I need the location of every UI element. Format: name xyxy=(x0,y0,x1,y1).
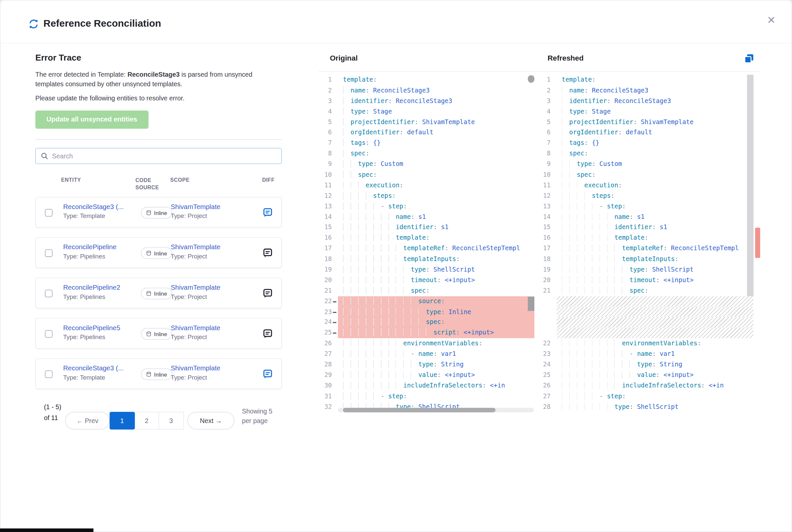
line-number: 12 xyxy=(319,191,338,201)
code-line: 28 type: ShellScript xyxy=(538,402,753,412)
line-number: 11 xyxy=(538,180,556,191)
diff-icon[interactable] xyxy=(262,369,273,379)
diff-icon[interactable] xyxy=(262,328,273,339)
scope-link[interactable]: ShivamTemplate xyxy=(171,324,249,331)
diff-icon[interactable] xyxy=(262,207,273,217)
scope-type: Type: Project xyxy=(171,253,249,260)
line-number: 9 xyxy=(538,159,556,170)
diff-icon[interactable] xyxy=(262,248,273,258)
refreshed-code-panel[interactable]: 1template:2 name: ReconcileStage33 ident… xyxy=(538,75,753,413)
row-checkbox[interactable] xyxy=(45,330,52,338)
entity-type: Type: Template xyxy=(63,374,135,381)
code-line: 19 type: ShellScript xyxy=(538,264,753,275)
code-line: 1template: xyxy=(319,75,534,85)
code-line: 26 environmentVariables: xyxy=(319,338,534,349)
original-code-panel[interactable]: 1template:2 name: ReconcileStage33 ident… xyxy=(319,75,534,413)
code-line: 27 - step: xyxy=(538,391,753,402)
scope-cell: ShivamTemplate Type: Project xyxy=(171,284,249,301)
code-source-badge: Inline xyxy=(141,368,172,380)
line-number: 21 xyxy=(538,285,556,296)
code-line: 23 - name: var1 xyxy=(538,349,753,360)
refreshed-panel-title: Refreshed xyxy=(548,54,584,62)
scope-link[interactable]: ShivamTemplate xyxy=(171,243,249,251)
entity-type: Type: Pipelines xyxy=(63,253,135,260)
next-page-button[interactable]: Next → xyxy=(187,412,235,430)
code-line: 20 timeout: <+input> xyxy=(538,275,753,285)
entity-link[interactable]: ReconcilePipeline2 xyxy=(63,284,135,291)
scope-link[interactable]: ShivamTemplate xyxy=(171,364,249,372)
line-number: 4 xyxy=(319,106,338,117)
diff-icon[interactable] xyxy=(262,288,273,299)
row-checkbox[interactable] xyxy=(45,290,52,297)
scope-cell: ShivamTemplate Type: Project xyxy=(171,364,249,381)
page-buttons: 123 xyxy=(110,412,184,430)
code-line: 22 source: xyxy=(319,296,534,307)
line-number: 10 xyxy=(538,170,556,180)
code-line: 6 orgIdentifier: default xyxy=(319,128,534,138)
line-number: 15 xyxy=(538,222,556,233)
entity-link[interactable]: ReconcilePipeline xyxy=(63,243,135,251)
reconcile-refresh-icon xyxy=(28,19,39,29)
line-number: 30 xyxy=(319,381,338,391)
copy-icon[interactable] xyxy=(744,54,754,64)
entity-link[interactable]: ReconcileStage3 (... xyxy=(63,364,135,372)
code-line: 11 execution: xyxy=(319,180,534,191)
scope-link[interactable]: ShivamTemplate xyxy=(171,284,249,291)
search-input[interactable] xyxy=(52,152,276,160)
code-line: 21 spec: xyxy=(319,285,534,296)
line-number xyxy=(538,328,556,338)
prev-page-button[interactable]: ← Prev xyxy=(65,412,110,430)
page-button-3[interactable]: 3 xyxy=(159,412,184,430)
code-source-badge: Inline xyxy=(141,288,172,299)
code-line: 17 templateRef: ReconcileStepTempl xyxy=(538,243,753,254)
horizontal-scrollbar-thumb[interactable] xyxy=(343,408,496,413)
line-number: 23 xyxy=(319,307,338,317)
line-number: 27 xyxy=(538,391,556,402)
page-button-1[interactable]: 1 xyxy=(110,412,135,430)
code-line: 6 orgIdentifier: default xyxy=(538,128,753,138)
close-icon[interactable]: × xyxy=(763,12,779,28)
line-number: 12 xyxy=(538,191,556,201)
update-all-unsynced-button[interactable]: Update all unsynced entities xyxy=(35,111,148,129)
line-number: 22 xyxy=(538,338,556,349)
removed-placeholder-row xyxy=(538,328,753,338)
row-checkbox[interactable] xyxy=(45,209,52,216)
prev-arrow-icon: ← xyxy=(76,417,83,424)
line-number: 2 xyxy=(319,85,338,96)
scope-cell: ShivamTemplate Type: Project xyxy=(171,203,249,220)
scope-link[interactable]: ShivamTemplate xyxy=(171,203,249,210)
error-template-name: ReconcileStage3 xyxy=(128,71,180,78)
table-row: ReconcileStage3 (... Type: Template Inli… xyxy=(35,197,282,228)
scrollbar-diff-marker xyxy=(528,297,534,311)
table-header: ENTITY CODE SOURCE SCOPE DIFF xyxy=(35,176,282,192)
entity-link[interactable]: ReconcileStage3 (... xyxy=(63,203,135,210)
pagination-range: (1 - 5) of 11 xyxy=(44,402,63,423)
code-line: 4 type: Stage xyxy=(319,106,534,117)
entity-link[interactable]: ReconcilePipeline5 xyxy=(63,324,135,331)
line-number: 8 xyxy=(538,149,556,159)
line-number: 32 xyxy=(319,402,338,412)
screen: Reference Reconciliation × Error Trace T… xyxy=(0,0,792,532)
inline-source-icon xyxy=(146,372,151,377)
vertical-scrollbar-thumb[interactable] xyxy=(528,75,534,83)
line-number: 6 xyxy=(319,128,338,138)
code-line: 15 identifier: s1 xyxy=(319,222,534,233)
code-line: 5 projectIdentifier: ShivamTemplate xyxy=(319,117,534,128)
line-number xyxy=(538,317,556,328)
search-box xyxy=(35,148,282,164)
code-line: 25 value: <+input> xyxy=(538,370,753,381)
line-number: 4 xyxy=(538,106,556,117)
error-trace-panel: Error Trace The error detected in Templa… xyxy=(35,53,282,399)
page-button-2[interactable]: 2 xyxy=(134,412,159,430)
deletion-marker xyxy=(333,301,336,302)
code-source-badge: Inline xyxy=(141,207,172,218)
table-row: ReconcilePipeline2 Type: Pipelines Inlin… xyxy=(35,278,282,308)
code-line: 24 type: String xyxy=(538,360,753,370)
next-arrow-icon: → xyxy=(215,417,222,424)
line-number: 13 xyxy=(319,201,338,212)
row-checkbox[interactable] xyxy=(45,370,52,378)
line-number: 9 xyxy=(319,159,338,170)
line-number: 21 xyxy=(319,285,338,296)
entity-cell: ReconcilePipeline Type: Pipelines xyxy=(63,243,135,260)
row-checkbox[interactable] xyxy=(45,249,52,257)
